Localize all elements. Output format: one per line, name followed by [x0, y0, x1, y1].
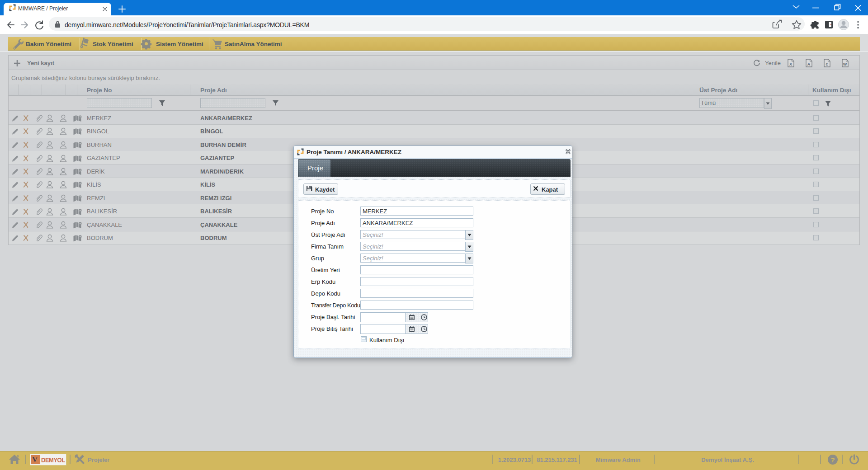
svg-text:?: ? — [830, 456, 835, 464]
